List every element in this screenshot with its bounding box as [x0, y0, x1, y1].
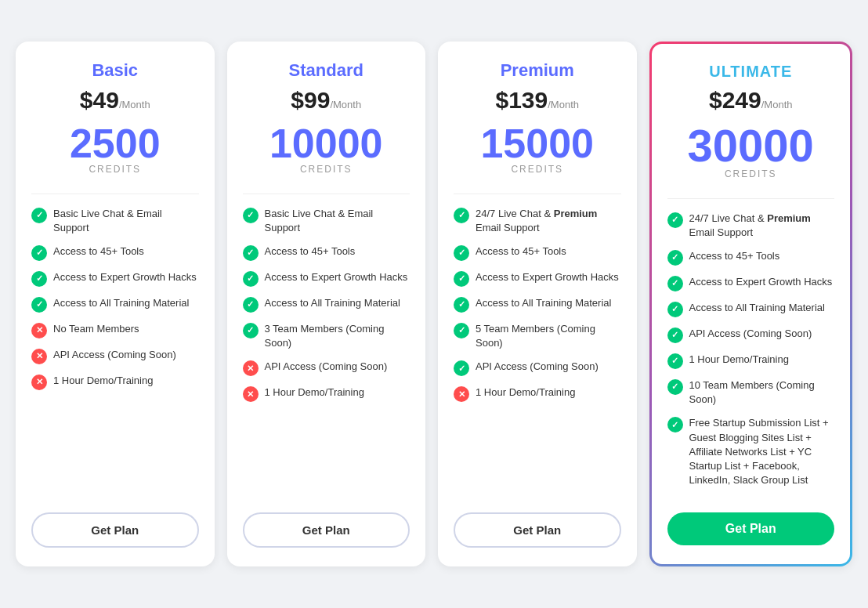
feature-item: ✓24/7 Live Chat & Premium Email Support: [454, 207, 621, 235]
plan-price-standard: $99/Month: [243, 87, 410, 114]
plan-name-standard: Standard: [243, 60, 410, 81]
feature-item: ✓Access to All Training Material: [454, 296, 621, 313]
feature-item: ✓10 Team Members (Coming Soon): [667, 378, 835, 407]
check-icon: ✓: [31, 271, 47, 287]
feature-item: ✓API Access (Coming Soon): [667, 327, 835, 343]
feature-item: ✓Access to 45+ Tools: [454, 244, 621, 261]
get-plan-button-basic[interactable]: Get Plan: [31, 512, 199, 548]
credits-label-premium: CREDITS: [454, 164, 621, 175]
feature-text: Access to All Training Material: [265, 296, 400, 310]
feature-item: ✓Access to Expert Growth Hacks: [667, 275, 835, 291]
price-period: /Month: [548, 99, 579, 110]
feature-text: API Access (Coming Soon): [53, 348, 176, 362]
feature-text: 1 Hour Demo/Training: [265, 385, 364, 400]
check-icon: ✓: [454, 245, 469, 261]
feature-text: Access to 45+ Tools: [476, 244, 566, 259]
feature-text: API Access (Coming Soon): [689, 327, 812, 341]
feature-item: ✓Access to Expert Growth Hacks: [31, 270, 199, 287]
check-icon: ✓: [31, 297, 47, 313]
plan-name-ultimate: ULTIMATE: [667, 63, 835, 81]
check-icon: ✓: [243, 208, 259, 223]
feature-text: Access to All Training Material: [689, 301, 825, 315]
plan-card-premium: Premium$139/Month15000CREDITS✓24/7 Live …: [438, 42, 637, 567]
feature-text: API Access (Coming Soon): [476, 360, 599, 374]
check-icon: ✓: [667, 276, 683, 291]
feature-text: Access to 45+ Tools: [53, 244, 144, 259]
divider: [31, 194, 199, 194]
plan-name-premium: Premium: [454, 60, 621, 81]
cross-icon: ✕: [31, 375, 47, 390]
feature-text: 24/7 Live Chat & Premium Email Support: [689, 212, 835, 240]
divider: [243, 194, 410, 194]
feature-item: ✓Free Startup Submission List + Guest Bl…: [667, 416, 835, 487]
credits-label-basic: CREDITS: [31, 164, 199, 175]
feature-text: Access to 45+ Tools: [265, 244, 356, 259]
check-icon: ✓: [454, 323, 469, 338]
divider: [667, 198, 835, 199]
feature-text: Access to Expert Growth Hacks: [53, 270, 197, 284]
feature-item: ✕No Team Members: [31, 322, 199, 338]
credits-number-ultimate: 30000: [667, 123, 835, 168]
check-icon: ✓: [667, 302, 683, 317]
credits-number-basic: 2500: [31, 123, 199, 164]
check-icon: ✓: [667, 212, 683, 228]
credits-label-standard: CREDITS: [243, 164, 410, 175]
credits-number-premium: 15000: [454, 123, 621, 164]
feature-item: ✕1 Hour Demo/Training: [243, 385, 410, 402]
cross-icon: ✕: [31, 349, 47, 364]
check-icon: ✓: [243, 271, 259, 287]
feature-item: ✓3 Team Members (Coming Soon): [243, 322, 410, 350]
feature-item: ✓1 Hour Demo/Training: [667, 353, 835, 369]
check-icon: ✓: [667, 353, 683, 369]
feature-text: 3 Team Members (Coming Soon): [265, 322, 410, 350]
feature-text: Access to Expert Growth Hacks: [265, 270, 408, 284]
plan-card-basic: Basic$49/Month2500CREDITS✓Basic Live Cha…: [16, 42, 215, 567]
feature-text: Access to Expert Growth Hacks: [476, 270, 619, 284]
check-icon: ✓: [667, 250, 683, 266]
feature-text: 24/7 Live Chat & Premium Email Support: [476, 207, 621, 235]
get-plan-button-standard[interactable]: Get Plan: [243, 512, 410, 548]
check-icon: ✓: [243, 245, 259, 261]
get-plan-button-premium[interactable]: Get Plan: [454, 512, 621, 548]
plan-card-standard: Standard$99/Month10000CREDITS✓Basic Live…: [227, 42, 426, 567]
features-list-premium: ✓24/7 Live Chat & Premium Email Support✓…: [454, 207, 621, 498]
feature-text: 1 Hour Demo/Training: [53, 374, 153, 388]
feature-item: ✓Access to Expert Growth Hacks: [243, 270, 410, 287]
features-list-standard: ✓Basic Live Chat & Email Support✓Access …: [243, 207, 410, 498]
feature-item: ✕API Access (Coming Soon): [31, 348, 199, 364]
check-icon: ✓: [454, 208, 469, 223]
feature-item: ✓API Access (Coming Soon): [454, 360, 621, 376]
feature-item: ✓24/7 Live Chat & Premium Email Support: [667, 212, 835, 240]
feature-item: ✓Access to All Training Material: [667, 301, 835, 317]
feature-item: ✓Access to All Training Material: [31, 296, 199, 313]
check-icon: ✓: [667, 328, 683, 343]
get-plan-button-ultimate[interactable]: Get Plan: [667, 512, 835, 545]
check-icon: ✓: [454, 297, 469, 313]
credits-number-standard: 10000: [243, 123, 410, 164]
feature-text: Access to All Training Material: [476, 296, 611, 310]
price-period: /Month: [761, 99, 793, 110]
check-icon: ✓: [454, 360, 469, 376]
feature-text: 10 Team Members (Coming Soon): [689, 378, 835, 407]
plan-name-basic: Basic: [31, 60, 199, 81]
price-period: /Month: [330, 99, 361, 110]
feature-item: ✓Access to Expert Growth Hacks: [454, 270, 621, 287]
check-icon: ✓: [667, 379, 683, 395]
check-icon: ✓: [454, 271, 469, 287]
features-list-ultimate: ✓24/7 Live Chat & Premium Email Support✓…: [667, 212, 835, 498]
divider: [454, 194, 621, 194]
check-icon: ✓: [667, 417, 683, 432]
feature-item: ✓Access to All Training Material: [243, 296, 410, 313]
cross-icon: ✕: [454, 386, 469, 402]
check-icon: ✓: [31, 208, 47, 223]
price-amount: $49: [80, 87, 119, 113]
price-amount: $249: [709, 87, 761, 113]
credits-label-ultimate: CREDITS: [667, 168, 835, 179]
feature-text: Access to Expert Growth Hacks: [689, 275, 833, 289]
price-period: /Month: [119, 99, 150, 110]
check-icon: ✓: [243, 323, 259, 338]
feature-text: Access to All Training Material: [53, 296, 189, 310]
plan-card-ultimate: ULTIMATE$249/Month30000CREDITS✓24/7 Live…: [649, 42, 853, 567]
feature-item: ✓Basic Live Chat & Email Support: [243, 207, 410, 235]
feature-text: API Access (Coming Soon): [265, 360, 388, 374]
